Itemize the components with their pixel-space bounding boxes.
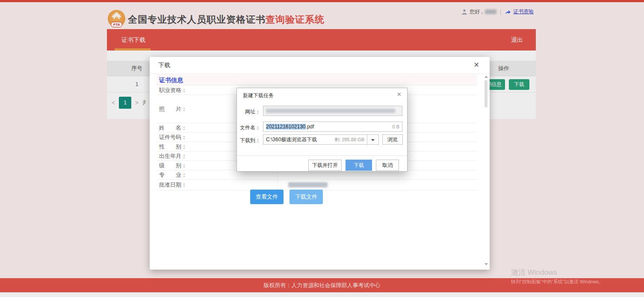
destination-label: 下载到： [240, 137, 260, 144]
scroll-down-icon[interactable] [484, 263, 488, 265]
scroll-thumb[interactable] [484, 80, 487, 107]
modal-header: 下载 ✕ [150, 57, 490, 74]
url-redacted [266, 109, 395, 113]
dialog-separator [237, 155, 407, 156]
new-download-task-dialog: 新建下载任务 ✕ 网址： 文件名： 20211216102130 .pdf 0 … [236, 88, 408, 172]
destination-path: C:\360极速浏览器下载 [266, 136, 317, 143]
dialog-close-icon[interactable]: ✕ [397, 91, 402, 98]
filename-label: 文件名： [240, 124, 260, 131]
file-size-text: 0 B [392, 124, 399, 129]
modal-title: 下载 [158, 62, 170, 69]
url-label: 网址： [240, 108, 260, 116]
download-and-open-button[interactable]: 下载并打开 [308, 160, 342, 171]
chevron-down-icon [371, 139, 375, 141]
filename-input[interactable]: 20211216102130 .pdf 0 B [263, 122, 402, 132]
browse-button[interactable]: 浏览 [382, 134, 403, 145]
destination-input[interactable]: C:\360极速浏览器下载 剩: 285.88 GB [263, 134, 367, 145]
destination-dropdown-button[interactable] [367, 134, 379, 145]
field-row-major: 专 业： [157, 170, 477, 180]
modal-close-icon[interactable]: ✕ [474, 61, 479, 69]
download-confirm-button[interactable]: 下载 [346, 160, 372, 171]
free-space-text: 剩: 285.88 GB [334, 137, 364, 143]
field-value [278, 170, 477, 179]
field-row-approval-date: 批准日期： [157, 180, 477, 190]
filename-selected-text: 20211216102130 [266, 124, 306, 130]
dialog-title: 新建下载任务 [243, 92, 274, 99]
field-value [278, 180, 477, 190]
url-input[interactable] [263, 106, 402, 116]
filename-extension: .pdf [306, 124, 314, 130]
approval-date-redacted [288, 182, 328, 187]
view-file-button[interactable]: 查看文件 [250, 190, 284, 204]
modal-scrollbar[interactable] [484, 76, 488, 265]
scroll-up-icon[interactable] [484, 76, 488, 78]
download-file-button[interactable]: 下载文件 [290, 190, 323, 204]
cert-section-title: 证书信息 [157, 74, 477, 86]
cancel-button[interactable]: 取消 [376, 160, 399, 171]
field-label: 专 业： [157, 170, 278, 179]
field-label: 批准日期： [157, 180, 278, 190]
